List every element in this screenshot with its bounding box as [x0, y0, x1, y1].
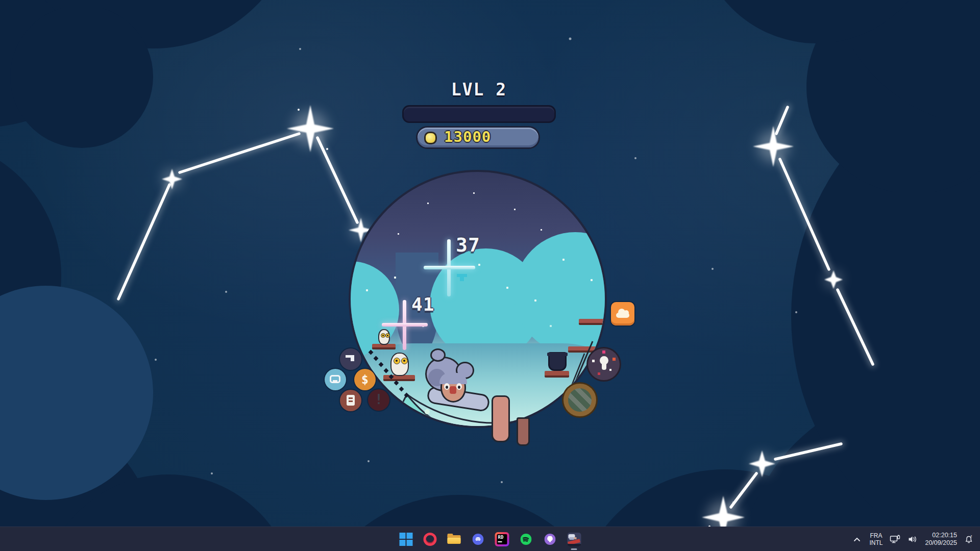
flag-badge[interactable] [340, 348, 361, 370]
ledger-icon [349, 397, 353, 399]
folder-icon [447, 533, 461, 545]
focus-assist-bell-icon[interactable]: z [964, 534, 975, 545]
active-app-indicator [571, 548, 577, 550]
dollar-icon: $ [361, 373, 369, 386]
coin-icon [424, 132, 437, 144]
file-explorer-button[interactable] [447, 528, 462, 550]
spotify-icon [521, 534, 532, 545]
planet-game-button[interactable] [567, 528, 582, 550]
svg-text:z: z [970, 534, 972, 538]
cloud-button[interactable] [611, 302, 634, 325]
hair-bun [430, 348, 446, 362]
level-label: LVL 2 [402, 80, 556, 99]
spirit-button[interactable] [588, 348, 620, 380]
tray-date: 20/09/2025 [925, 539, 957, 547]
ghost-icon [602, 363, 606, 370]
taskbar-dock: RD [399, 527, 582, 551]
windows-start-button[interactable] [399, 528, 414, 550]
frame-icon [333, 380, 337, 382]
opera-gx-button[interactable] [423, 528, 438, 550]
windows-icon [400, 533, 413, 546]
money-badge[interactable]: $ [354, 369, 376, 390]
pupil [458, 386, 460, 389]
cloud-icon [624, 310, 629, 315]
volume-icon[interactable] [907, 534, 918, 545]
tray-time: 02:20:15 [925, 532, 957, 539]
keyboard-language[interactable]: FRA INTL [869, 532, 883, 546]
spirit-dot [592, 360, 595, 362]
counter-mid: 41 [411, 294, 434, 315]
system-tray: FRA INTL 02:20:15 20/09/2025 z [851, 527, 975, 551]
coin-counter: 13000 [416, 126, 540, 149]
frame-badge[interactable] [325, 369, 346, 390]
spotify-button[interactable] [519, 528, 534, 550]
ringed-planet-button[interactable] [564, 384, 596, 416]
hair-fringe [439, 373, 467, 384]
ledger-badge[interactable] [340, 390, 361, 411]
spirit-dot [602, 350, 605, 354]
tray-chevron-up-icon[interactable] [851, 534, 863, 545]
counter-top: 37 [456, 234, 480, 256]
character-leg [492, 395, 510, 442]
xp-progress-bar [402, 105, 556, 123]
frame-icon [330, 375, 340, 383]
nose [450, 386, 456, 394]
spirit-dot [609, 369, 611, 371]
coin-value: 13000 [444, 127, 491, 147]
ledger-icon [349, 400, 353, 402]
network-icon[interactable] [889, 534, 900, 545]
alert-badge[interactable]: ! [368, 389, 389, 411]
exclamation-icon: ! [375, 392, 383, 407]
github-icon [545, 534, 556, 545]
spirit-dot [612, 358, 616, 361]
desktop: { "hud": { "level_label": "LVL 2", "xp_p… [0, 0, 980, 551]
sparkle-cross-mid[interactable] [382, 323, 428, 327]
planet-game-icon [567, 533, 581, 546]
clock[interactable]: 02:20:15 20/09/2025 [925, 532, 957, 547]
rider-icon: RD [495, 532, 509, 546]
keyboard-layout: INTL [869, 539, 883, 546]
discord-icon [473, 534, 484, 545]
spirit-dot [598, 372, 600, 375]
water-drop-icon [457, 274, 467, 277]
sparkle-cross-top[interactable] [424, 266, 475, 269]
github-desktop-button[interactable] [543, 528, 558, 550]
pupil [446, 386, 448, 389]
discord-button[interactable] [471, 528, 486, 550]
taskbar: RD [0, 527, 980, 551]
language-code: FRA [869, 532, 883, 539]
character-leg [517, 417, 530, 446]
rider-label: RD [498, 535, 504, 540]
opera-gx-icon [424, 533, 437, 546]
flag-icon [351, 358, 354, 361]
rider-button[interactable]: RD [495, 528, 510, 550]
